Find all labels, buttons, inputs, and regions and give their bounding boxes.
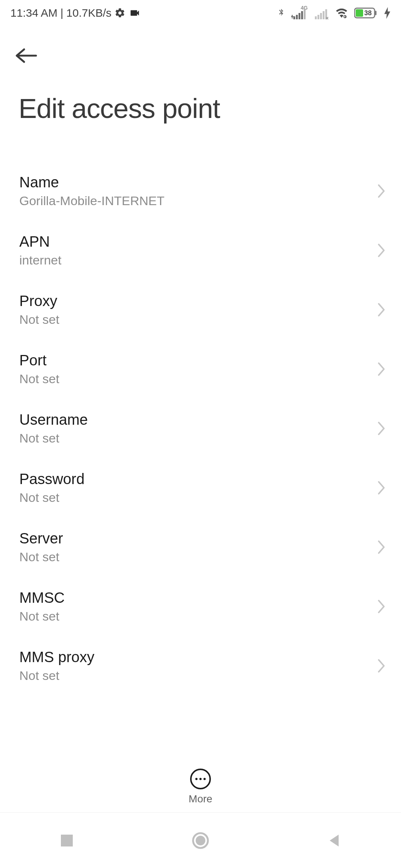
system-nav-bar [0,812,401,868]
nav-recent-button[interactable] [45,826,89,855]
chevron-right-icon [376,480,386,495]
setting-row-apn[interactable]: APN internet [0,221,401,280]
setting-value: Not set [19,431,88,445]
setting-label: Username [19,411,88,428]
setting-value: Not set [19,609,65,624]
chevron-right-icon [376,184,386,198]
setting-label: MMS proxy [19,649,94,665]
setting-row-username[interactable]: Username Not set [0,399,401,458]
more-button[interactable]: More [0,761,401,805]
chevron-right-icon [376,362,386,377]
svg-rect-4 [301,11,303,19]
chevron-right-icon [376,302,386,317]
svg-rect-3 [299,13,300,19]
svg-rect-8 [320,13,322,19]
setting-row-password[interactable]: Password Not set [0,458,401,517]
svg-rect-14 [356,9,363,17]
svg-rect-16 [61,835,73,846]
status-bar: 11:34 AM | 10.7KB/s 4G [0,0,401,26]
more-icon [190,769,211,789]
triangle-left-icon [327,833,342,848]
chevron-right-icon [376,658,386,673]
setting-value: Not set [19,312,59,327]
setting-label: APN [19,233,61,250]
nav-back-button[interactable] [312,826,356,855]
gear-icon [114,7,125,19]
svg-rect-5 [304,9,306,19]
setting-value: Not set [19,372,59,386]
setting-value: Not set [19,490,85,505]
setting-row-mms-proxy[interactable]: MMS proxy Not set [0,636,401,696]
svg-rect-1 [293,16,295,19]
setting-value: internet [19,253,61,267]
status-network-speed: 10.7KB/s [66,7,112,19]
signal-sim2-icon [313,6,329,20]
nav-home-button[interactable] [178,826,223,855]
arrow-left-icon [13,46,39,65]
signal-sim1-icon: 4G [291,6,307,20]
svg-text:38: 38 [364,9,372,17]
video-camera-icon [128,7,141,19]
circle-icon [192,832,209,849]
setting-label: Password [19,471,85,487]
setting-row-name[interactable]: Name Gorilla-Mobile-INTERNET [0,161,401,221]
wifi-icon [334,7,349,19]
setting-label: Port [19,352,59,369]
setting-row-port[interactable]: Port Not set [0,339,401,399]
setting-row-server[interactable]: Server Not set [0,517,401,577]
chevron-right-icon [376,599,386,614]
setting-label: Proxy [19,293,59,309]
status-separator: | [61,7,63,19]
setting-value: Not set [19,550,63,564]
setting-label: Name [19,174,164,191]
chevron-right-icon [376,421,386,436]
chevron-right-icon [376,243,386,258]
setting-label: Server [19,530,63,547]
chevron-right-icon [376,540,386,555]
status-time: 11:34 AM [10,7,58,19]
apn-settings-list: Name Gorilla-Mobile-INTERNET APN interne… [0,161,401,696]
battery-icon: 38 [354,7,379,19]
setting-row-mmsc[interactable]: MMSC Not set [0,577,401,636]
bluetooth-icon [276,7,286,19]
more-label: More [189,793,212,805]
setting-value: Not set [19,668,94,683]
setting-value: Gorilla-Mobile-INTERNET [19,194,164,208]
setting-row-proxy[interactable]: Proxy Not set [0,280,401,339]
setting-label: MMSC [19,589,65,606]
svg-rect-2 [296,15,298,19]
square-icon [59,833,74,848]
svg-rect-9 [323,11,325,19]
page-title: Edit access point [19,93,386,124]
svg-rect-13 [375,11,376,15]
back-button[interactable] [11,41,41,70]
svg-rect-6 [315,16,317,19]
charging-icon [384,7,391,19]
svg-rect-7 [317,15,319,19]
svg-point-18 [196,836,205,845]
